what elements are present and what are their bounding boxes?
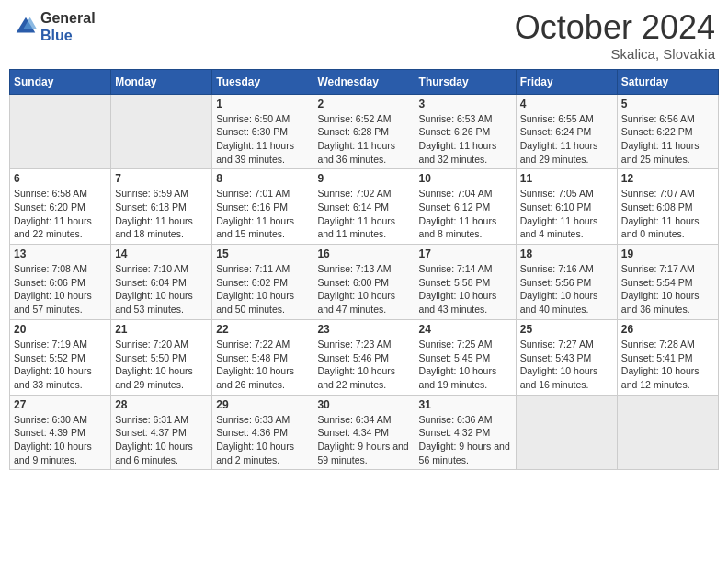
day-number: 7 <box>115 172 208 185</box>
day-number: 16 <box>317 247 410 260</box>
day-number: 15 <box>216 247 309 260</box>
calendar-cell: 22Sunrise: 7:22 AMSunset: 5:48 PMDayligh… <box>212 319 313 395</box>
page-header: General Blue October 2024 Skalica, Slova… <box>9 9 719 62</box>
day-info: Sunrise: 7:08 AMSunset: 6:06 PMDaylight:… <box>14 262 107 316</box>
calendar-cell: 12Sunrise: 7:07 AMSunset: 6:08 PMDayligh… <box>617 169 718 245</box>
day-info: Sunrise: 7:22 AMSunset: 5:48 PMDaylight:… <box>216 338 309 392</box>
weekday-header: Friday <box>516 69 617 94</box>
calendar-cell: 14Sunrise: 7:10 AMSunset: 6:04 PMDayligh… <box>111 245 212 320</box>
day-number: 22 <box>216 323 309 336</box>
day-number: 1 <box>216 98 309 110</box>
day-number: 25 <box>520 323 613 336</box>
calendar-cell: 16Sunrise: 7:13 AMSunset: 6:00 PMDayligh… <box>313 245 415 320</box>
calendar-cell: 19Sunrise: 7:17 AMSunset: 5:54 PMDayligh… <box>617 245 718 320</box>
calendar-week-row: 6Sunrise: 6:58 AMSunset: 6:20 PMDaylight… <box>10 169 719 245</box>
day-number: 6 <box>14 172 107 185</box>
day-info: Sunrise: 7:11 AMSunset: 6:02 PMDaylight:… <box>216 262 309 316</box>
day-number: 29 <box>216 398 309 411</box>
day-info: Sunrise: 6:58 AMSunset: 6:20 PMDaylight:… <box>14 187 107 241</box>
day-number: 10 <box>419 172 512 185</box>
day-number: 26 <box>621 323 714 336</box>
calendar-cell: 27Sunrise: 6:30 AMSunset: 4:39 PMDayligh… <box>10 395 111 470</box>
calendar-cell: 24Sunrise: 7:25 AMSunset: 5:45 PMDayligh… <box>415 319 516 395</box>
day-number: 8 <box>216 172 309 185</box>
day-number: 9 <box>317 172 410 185</box>
day-number: 24 <box>419 323 512 336</box>
logo-blue: Blue <box>40 27 96 44</box>
day-number: 5 <box>621 98 714 110</box>
day-info: Sunrise: 6:34 AMSunset: 4:34 PMDaylight:… <box>317 413 410 467</box>
day-number: 28 <box>115 398 208 411</box>
weekday-header: Thursday <box>415 69 516 94</box>
day-info: Sunrise: 7:16 AMSunset: 5:56 PMDaylight:… <box>520 262 613 316</box>
weekday-header: Tuesday <box>212 69 313 94</box>
title-block: October 2024 Skalica, Slovakia <box>515 9 715 62</box>
calendar-cell: 11Sunrise: 7:05 AMSunset: 6:10 PMDayligh… <box>516 169 617 245</box>
day-number: 19 <box>621 247 714 260</box>
day-number: 11 <box>520 172 613 185</box>
calendar-cell: 6Sunrise: 6:58 AMSunset: 6:20 PMDaylight… <box>10 169 111 245</box>
day-number: 4 <box>520 98 613 110</box>
calendar-cell: 20Sunrise: 7:19 AMSunset: 5:52 PMDayligh… <box>10 319 111 395</box>
month-title: October 2024 <box>515 9 715 46</box>
day-info: Sunrise: 7:05 AMSunset: 6:10 PMDaylight:… <box>520 187 613 241</box>
day-info: Sunrise: 7:01 AMSunset: 6:16 PMDaylight:… <box>216 187 309 241</box>
weekday-header: Wednesday <box>313 69 415 94</box>
calendar-cell: 15Sunrise: 7:11 AMSunset: 6:02 PMDayligh… <box>212 245 313 320</box>
day-info: Sunrise: 6:53 AMSunset: 6:26 PMDaylight:… <box>419 112 512 167</box>
calendar-cell: 9Sunrise: 7:02 AMSunset: 6:14 PMDaylight… <box>313 169 415 245</box>
calendar-cell: 5Sunrise: 6:56 AMSunset: 6:22 PMDaylight… <box>617 94 718 169</box>
calendar-cell: 26Sunrise: 7:28 AMSunset: 5:41 PMDayligh… <box>617 319 718 395</box>
calendar-cell: 8Sunrise: 7:01 AMSunset: 6:16 PMDaylight… <box>212 169 313 245</box>
calendar-cell: 23Sunrise: 7:23 AMSunset: 5:46 PMDayligh… <box>313 319 415 395</box>
calendar-cell: 1Sunrise: 6:50 AMSunset: 6:30 PMDaylight… <box>212 94 313 169</box>
day-info: Sunrise: 6:30 AMSunset: 4:39 PMDaylight:… <box>14 413 107 467</box>
day-info: Sunrise: 6:59 AMSunset: 6:18 PMDaylight:… <box>115 187 208 241</box>
day-number: 27 <box>14 398 107 411</box>
calendar-week-row: 27Sunrise: 6:30 AMSunset: 4:39 PMDayligh… <box>10 395 719 470</box>
day-info: Sunrise: 6:33 AMSunset: 4:36 PMDaylight:… <box>216 413 309 467</box>
day-info: Sunrise: 7:23 AMSunset: 5:46 PMDaylight:… <box>317 338 410 392</box>
day-number: 31 <box>419 398 512 411</box>
day-info: Sunrise: 7:27 AMSunset: 5:43 PMDaylight:… <box>520 338 613 392</box>
day-info: Sunrise: 7:10 AMSunset: 6:04 PMDaylight:… <box>115 262 208 316</box>
day-info: Sunrise: 6:50 AMSunset: 6:30 PMDaylight:… <box>216 112 309 167</box>
calendar-cell: 30Sunrise: 6:34 AMSunset: 4:34 PMDayligh… <box>313 395 415 470</box>
calendar-cell: 29Sunrise: 6:33 AMSunset: 4:36 PMDayligh… <box>212 395 313 470</box>
calendar-cell: 13Sunrise: 7:08 AMSunset: 6:06 PMDayligh… <box>10 245 111 320</box>
weekday-header: Monday <box>111 69 212 94</box>
day-info: Sunrise: 7:25 AMSunset: 5:45 PMDaylight:… <box>419 338 512 392</box>
day-info: Sunrise: 7:04 AMSunset: 6:12 PMDaylight:… <box>419 187 512 241</box>
day-number: 20 <box>14 323 107 336</box>
logo-icon <box>13 14 39 40</box>
day-info: Sunrise: 7:19 AMSunset: 5:52 PMDaylight:… <box>14 338 107 392</box>
calendar-cell: 2Sunrise: 6:52 AMSunset: 6:28 PMDaylight… <box>313 94 415 169</box>
day-number: 14 <box>115 247 208 260</box>
calendar-cell: 17Sunrise: 7:14 AMSunset: 5:58 PMDayligh… <box>415 245 516 320</box>
day-info: Sunrise: 7:07 AMSunset: 6:08 PMDaylight:… <box>621 187 714 241</box>
calendar-cell: 31Sunrise: 6:36 AMSunset: 4:32 PMDayligh… <box>415 395 516 470</box>
calendar-week-row: 13Sunrise: 7:08 AMSunset: 6:06 PMDayligh… <box>10 245 719 320</box>
calendar-table: SundayMondayTuesdayWednesdayThursdayFrid… <box>9 69 719 471</box>
logo-general: General <box>40 9 96 27</box>
calendar-cell: 21Sunrise: 7:20 AMSunset: 5:50 PMDayligh… <box>111 319 212 395</box>
day-info: Sunrise: 6:56 AMSunset: 6:22 PMDaylight:… <box>621 112 714 167</box>
day-number: 30 <box>317 398 410 411</box>
day-info: Sunrise: 7:20 AMSunset: 5:50 PMDaylight:… <box>115 338 208 392</box>
calendar-cell: 25Sunrise: 7:27 AMSunset: 5:43 PMDayligh… <box>516 319 617 395</box>
day-info: Sunrise: 6:31 AMSunset: 4:37 PMDaylight:… <box>115 413 208 467</box>
day-info: Sunrise: 6:52 AMSunset: 6:28 PMDaylight:… <box>317 112 410 167</box>
day-info: Sunrise: 7:28 AMSunset: 5:41 PMDaylight:… <box>621 338 714 392</box>
day-number: 3 <box>419 98 512 110</box>
calendar-week-row: 20Sunrise: 7:19 AMSunset: 5:52 PMDayligh… <box>10 319 719 395</box>
day-number: 13 <box>14 247 107 260</box>
calendar-cell: 18Sunrise: 7:16 AMSunset: 5:56 PMDayligh… <box>516 245 617 320</box>
day-info: Sunrise: 7:02 AMSunset: 6:14 PMDaylight:… <box>317 187 410 241</box>
day-info: Sunrise: 6:55 AMSunset: 6:24 PMDaylight:… <box>520 112 613 167</box>
calendar-cell: 3Sunrise: 6:53 AMSunset: 6:26 PMDaylight… <box>415 94 516 169</box>
calendar-cell <box>617 395 718 470</box>
day-info: Sunrise: 7:17 AMSunset: 5:54 PMDaylight:… <box>621 262 714 316</box>
calendar-cell <box>111 94 212 169</box>
calendar-cell: 28Sunrise: 6:31 AMSunset: 4:37 PMDayligh… <box>111 395 212 470</box>
calendar-cell: 7Sunrise: 6:59 AMSunset: 6:18 PMDaylight… <box>111 169 212 245</box>
